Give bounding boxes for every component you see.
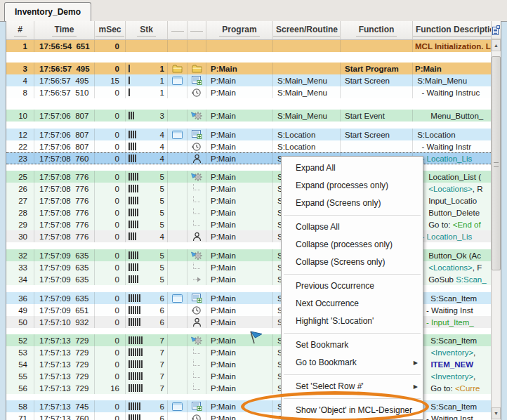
tree-connector-icon (193, 372, 200, 378)
table-row[interactable]: 5617:57:13 729167P:MainS: Go to: <Curre (6, 382, 501, 394)
menu-item-highlight-s-location[interactable]: Highlight 'S:Location' (282, 313, 423, 330)
column-header-description[interactable]: Function Description (413, 21, 492, 39)
menu-item-expand-all[interactable]: Expand All (282, 159, 423, 177)
description-cell: - Location_Lis (413, 153, 492, 164)
window-icon (172, 131, 183, 139)
menu-item-collapse-all[interactable]: Collapse All (282, 218, 423, 236)
table-row[interactable]: 2817:57:08 77605P:MainS: Button_Delete (6, 206, 501, 218)
msec-cell: 0 (95, 358, 126, 370)
row-number-cell: 30 (6, 230, 34, 242)
column-header-icon2[interactable] (187, 21, 206, 39)
table-row[interactable]: 2517:57:08 77605P:MainS: Location_List ( (6, 171, 501, 183)
row-number-cell: 56 (6, 382, 34, 394)
stack-depth-bars (129, 372, 143, 380)
msec-cell: 0 (95, 183, 126, 195)
stack-cell: 1 (126, 63, 168, 74)
icon-cell (168, 206, 187, 218)
table-row[interactable]: 1017:57:06 80703P:MainS:Main_MenuStart E… (6, 110, 501, 122)
icon-cell (187, 140, 206, 152)
stack-depth-bars (129, 185, 138, 192)
column-header-program[interactable]: Program (206, 21, 273, 39)
stack-cell: 7 (126, 382, 168, 394)
table-row[interactable]: 3217:57:09 63505P:MainS: Button_Ok (Ac (6, 249, 501, 261)
table-row[interactable]: 117:56:54 6510MCL Initialization. Log (6, 40, 501, 52)
stack-cell: 6 (126, 304, 168, 316)
table-row[interactable]: 5517:57:13 72907P:MainS: <Inventory>, (6, 370, 501, 382)
table-row[interactable]: 5317:57:13 72907P:MainS: <Inventory>, (6, 346, 501, 358)
column-header-screen[interactable]: Screen/Routine (273, 21, 341, 39)
table-row[interactable]: 4917:57:09 65106P:MainS: - Waiting Inst (6, 304, 501, 316)
column-chooser-button[interactable] (492, 21, 501, 39)
column-header-num[interactable]: # (6, 21, 34, 39)
time-cell: 17:57:06 807 (34, 140, 95, 152)
menu-item-next-occurrence[interactable]: Next Occurrence (282, 295, 423, 313)
table-row[interactable]: 2917:57:08 77605P:MainS: Go to: <End of (6, 218, 501, 230)
icon-cell (187, 110, 206, 122)
column-header-time[interactable]: Time (34, 21, 95, 39)
icon-cell (187, 400, 206, 412)
column-chooser-icon (492, 25, 500, 35)
table-row[interactable]: 2317:57:08 76004P:MainS:Location - Locat… (6, 152, 501, 164)
menu-item-set-bookmark[interactable]: Set Bookmark (282, 336, 423, 354)
table-row[interactable]: 817:56:57 51001P:MainS:Main_Menu - Waiti… (6, 86, 501, 98)
scroll-down-icon[interactable]: ▼ (492, 407, 501, 419)
msec-cell: 0 (95, 304, 126, 316)
row-number-cell: 12 (6, 129, 34, 140)
column-header-stk[interactable]: Stk (126, 21, 168, 39)
menu-item-expand-processes-only[interactable]: Expand (processes only) (282, 177, 423, 195)
program-cell: P:Main (206, 183, 273, 195)
icon-cell (187, 346, 206, 358)
table-row[interactable]: 5417:57:13 72907P:MainS: ITEM_NEW (6, 358, 501, 370)
msec-cell: 0 (95, 129, 126, 140)
icon-cell (168, 358, 187, 370)
msec-cell: 0 (95, 334, 126, 346)
stack-cell: 4 (126, 140, 168, 152)
screen-add-icon (192, 294, 202, 303)
event-gear-icon (191, 171, 203, 182)
program-cell: P:Main (206, 346, 273, 358)
stack-cell: 4 (126, 153, 168, 164)
column-header-function[interactable]: Function (341, 21, 413, 39)
vertical-scrollbar[interactable]: ▲ ▼ (491, 21, 501, 420)
table-row[interactable]: 1217:57:06 80704P:MainS:LocationStart Sc… (6, 129, 501, 140)
table-row[interactable]: 317:56:57 49501P:MainStart ProgramP:Main (6, 63, 501, 74)
table-row[interactable]: 2717:57:08 77605P:MainS: Input_Locatio (6, 195, 501, 206)
table-row[interactable]: 2217:57:06 80704P:MainS:Location - Waiti… (6, 140, 501, 152)
menu-item-collapse-screens-only[interactable]: Collapse (Screens only) (282, 254, 423, 271)
icon-cell (168, 86, 187, 98)
table-row[interactable]: 2617:57:08 77605P:MainS: <Locations>, R (6, 183, 501, 195)
person-icon (192, 232, 202, 242)
msec-cell: 0 (95, 40, 126, 52)
icon-cell (187, 358, 206, 370)
table-row[interactable]: 3317:57:09 63505P:MainS: <Locations>, F (6, 261, 501, 273)
stack-cell: 6 (126, 412, 168, 420)
tab-bar: Inventory_Demo (0, 0, 507, 22)
menu-item-go-to-bookmark[interactable]: Go to Bookmark▶ (282, 354, 423, 372)
icon-cell (187, 183, 206, 195)
row-number-cell: 4 (6, 74, 34, 86)
stack-depth-bars (129, 336, 143, 344)
description-cell: S:Scan_Item (413, 292, 492, 304)
menu-item-expand-screens-only[interactable]: Expand (Screens only) (282, 195, 423, 212)
time-cell: 17:57:09 635 (34, 273, 95, 285)
scroll-up-icon[interactable]: ▲ (492, 39, 501, 51)
table-row[interactable]: 3017:57:08 77604P:MainS: - Location_Lis (6, 230, 501, 242)
column-header-msec[interactable]: mSec (95, 21, 126, 39)
menu-item-previous-occurrence[interactable]: Previous Occurrence (282, 277, 423, 295)
msec-cell: 0 (95, 110, 126, 122)
tab-inventory-demo[interactable]: Inventory_Demo (4, 2, 91, 21)
table-row[interactable]: 417:56:57 495151P:MainS:Main_MenuStart S… (6, 74, 501, 86)
stack-cell: 4 (126, 129, 168, 140)
table-row[interactable]: 3417:57:09 63505P:MainS: GoSub S:Scan_ (6, 273, 501, 285)
table-row[interactable]: 5017:57:10 93206P:MainS: - Input_Item_ (6, 316, 501, 328)
icon-cell (168, 153, 187, 164)
menu-item-collapse-processes-only[interactable]: Collapse (processes only) (282, 236, 423, 254)
column-header-icon1[interactable] (168, 21, 187, 39)
stack-depth-bars (129, 209, 138, 216)
stack-cell: 7 (126, 346, 168, 358)
stack-cell: 5 (126, 273, 168, 285)
folder-icon (172, 64, 183, 73)
person-icon (192, 317, 202, 327)
table-row[interactable]: 3617:57:09 63506P:MainS: S:Scan_Item (6, 292, 501, 304)
scrollbar-thumb[interactable] (492, 56, 501, 270)
